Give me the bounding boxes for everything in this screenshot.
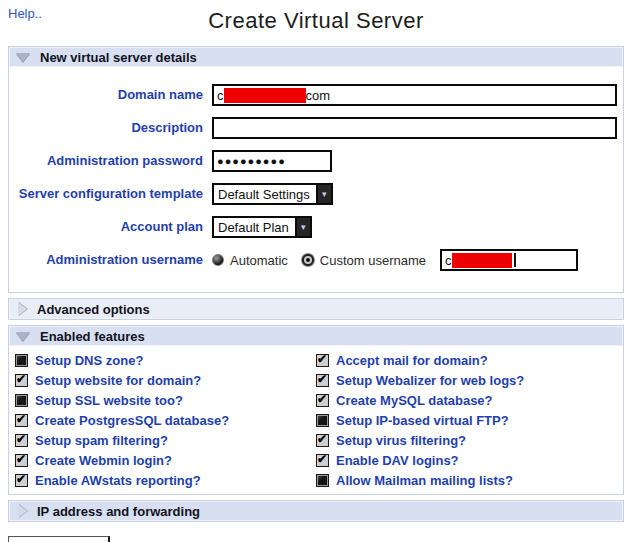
feature-label: Accept mail for domain? xyxy=(336,353,488,368)
custom-username-input[interactable]: c xyxy=(440,249,578,271)
domain-name-input[interactable]: ccom xyxy=(212,84,617,106)
redacted-value xyxy=(452,253,512,268)
chevron-down-icon: ▾ xyxy=(316,185,331,203)
checked-checkbox[interactable] xyxy=(316,434,329,447)
feature-item: Allow Mailman mailing lists? xyxy=(316,470,617,490)
automatic-radio-label: Automatic xyxy=(230,253,288,268)
text-caret xyxy=(514,253,516,267)
feature-label: Setup website for domain? xyxy=(35,373,201,388)
feature-item: Setup website for domain? xyxy=(15,370,316,390)
password-dots: ●●●●●●●●● xyxy=(217,155,286,167)
feature-item: Setup virus filtering? xyxy=(316,430,617,450)
checked-checkbox[interactable] xyxy=(15,454,28,467)
help-link[interactable]: Help.. xyxy=(8,6,42,21)
checked-checkbox[interactable] xyxy=(316,354,329,367)
domain-value-suffix: com xyxy=(306,88,331,103)
checked-checkbox[interactable] xyxy=(316,454,329,467)
feature-item: Setup spam filtering? xyxy=(15,430,316,450)
feature-item: Create Webmin login? xyxy=(15,450,316,470)
account-plan-label: Account plan xyxy=(15,219,203,235)
checked-checkbox[interactable] xyxy=(15,434,28,447)
details-body: Domain name ccom Description Administrat… xyxy=(9,67,623,292)
unchecked-checkbox[interactable] xyxy=(15,394,28,407)
feature-item: Enable AWstats reporting? xyxy=(15,470,316,490)
feature-label: Create Webmin login? xyxy=(35,453,172,468)
admin-password-label: Administration password xyxy=(15,153,203,169)
feature-label: Allow Mailman mailing lists? xyxy=(336,473,513,488)
admin-username-options: Automatic Custom username c xyxy=(212,249,578,271)
config-template-row: Server configuration template Default Se… xyxy=(15,183,617,205)
checked-checkbox[interactable] xyxy=(15,374,28,387)
description-label: Description xyxy=(15,120,203,136)
feature-label: Setup SSL website too? xyxy=(35,393,183,408)
triangle-down-icon xyxy=(16,53,30,62)
section-title: New virtual server details xyxy=(40,50,197,65)
config-template-selected: Default Settings xyxy=(214,187,316,202)
triangle-right-icon xyxy=(18,504,27,518)
account-plan-selected: Default Plan xyxy=(214,220,295,235)
checked-checkbox[interactable] xyxy=(316,394,329,407)
admin-username-label: Administration username xyxy=(15,252,203,268)
admin-password-row: Administration password ●●●●●●●●● xyxy=(15,150,617,172)
section-title: IP address and forwarding xyxy=(37,504,200,519)
domain-name-row: Domain name ccom xyxy=(15,84,617,106)
create-server-button[interactable]: Create Server xyxy=(8,536,110,542)
account-plan-row: Account plan Default Plan ▾ xyxy=(15,216,617,238)
automatic-radio[interactable] xyxy=(212,254,224,266)
custom-username-radio[interactable] xyxy=(302,254,314,266)
feature-item: Setup SSL website too? xyxy=(15,390,316,410)
account-plan-select[interactable]: Default Plan ▾ xyxy=(212,216,312,238)
feature-item: Setup IP-based virtual FTP? xyxy=(316,410,617,430)
feature-label: Setup Webalizer for web logs? xyxy=(336,373,524,388)
feature-item: Setup DNS zone? xyxy=(15,350,316,370)
section-header-features[interactable]: Enabled features xyxy=(9,326,623,346)
feature-label: Setup IP-based virtual FTP? xyxy=(336,413,509,428)
checked-checkbox[interactable] xyxy=(15,414,28,427)
page-title: Create Virtual Server xyxy=(8,8,624,34)
feature-label: Create PostgresSQL database? xyxy=(35,413,229,428)
domain-name-label: Domain name xyxy=(15,87,203,103)
section-enabled-features: Enabled features Setup DNS zone?Accept m… xyxy=(8,325,624,495)
feature-label: Create MySQL database? xyxy=(336,393,493,408)
section-header-advanced[interactable]: Advanced options xyxy=(9,299,623,319)
description-row: Description xyxy=(15,117,617,139)
section-header-ip[interactable]: IP address and forwarding xyxy=(9,501,623,521)
unchecked-checkbox[interactable] xyxy=(15,354,28,367)
feature-item: Enable DAV logins? xyxy=(316,450,617,470)
feature-label: Setup DNS zone? xyxy=(35,353,143,368)
section-header-details[interactable]: New virtual server details xyxy=(9,47,623,67)
chevron-down-icon: ▾ xyxy=(295,218,310,236)
checked-checkbox[interactable] xyxy=(15,474,28,487)
section-title: Enabled features xyxy=(40,329,145,344)
checked-checkbox[interactable] xyxy=(316,374,329,387)
redacted-value xyxy=(224,88,306,103)
feature-label: Enable DAV logins? xyxy=(336,453,459,468)
config-template-select[interactable]: Default Settings ▾ xyxy=(212,183,333,205)
feature-label: Setup spam filtering? xyxy=(35,433,168,448)
description-input[interactable] xyxy=(212,117,617,139)
unchecked-checkbox[interactable] xyxy=(316,474,329,487)
feature-item: Create PostgresSQL database? xyxy=(15,410,316,430)
create-virtual-server-page: Help.. Create Virtual Server New virtual… xyxy=(0,0,632,542)
custom-username-radio-label: Custom username xyxy=(320,253,426,268)
feature-label: Setup virus filtering? xyxy=(336,433,466,448)
admin-username-row: Administration username Automatic Custom… xyxy=(15,249,617,271)
feature-item: Setup Webalizer for web logs? xyxy=(316,370,617,390)
unchecked-checkbox[interactable] xyxy=(316,414,329,427)
section-new-virtual-server-details: New virtual server details Domain name c… xyxy=(8,46,624,293)
section-title: Advanced options xyxy=(37,302,150,317)
feature-item: Accept mail for domain? xyxy=(316,350,617,370)
feature-label: Enable AWstats reporting? xyxy=(35,473,201,488)
triangle-down-icon xyxy=(16,332,30,341)
features-grid: Setup DNS zone?Accept mail for domain?Se… xyxy=(9,346,623,494)
admin-password-input[interactable]: ●●●●●●●●● xyxy=(212,150,332,172)
section-advanced-options: Advanced options xyxy=(8,298,624,320)
config-template-label: Server configuration template xyxy=(15,186,203,202)
triangle-right-icon xyxy=(18,302,27,316)
feature-item: Create MySQL database? xyxy=(316,390,617,410)
section-ip-address-forwarding: IP address and forwarding xyxy=(8,500,624,522)
